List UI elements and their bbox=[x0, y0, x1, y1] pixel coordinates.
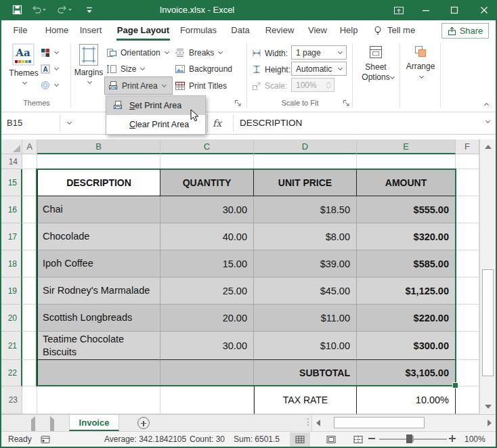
column-header-a[interactable]: A bbox=[22, 139, 37, 154]
cell[interactable]: UNIT PRICE bbox=[254, 169, 357, 196]
fill-handle[interactable] bbox=[452, 382, 458, 388]
page-break-preview-button[interactable] bbox=[348, 432, 368, 447]
vertical-scrollbar-thumb[interactable] bbox=[482, 269, 494, 376]
cell[interactable] bbox=[254, 154, 357, 169]
cell[interactable] bbox=[456, 196, 479, 223]
column-header-f[interactable]: F bbox=[456, 139, 479, 154]
cell[interactable]: 30.00 bbox=[160, 196, 254, 223]
cell[interactable] bbox=[160, 154, 254, 169]
cell[interactable]: Sir Rodney's Marmalade bbox=[37, 277, 160, 305]
sheet-options-button[interactable]: Sheet Options bbox=[355, 45, 397, 79]
scroll-up-button[interactable] bbox=[480, 139, 496, 154]
cell[interactable] bbox=[456, 360, 479, 386]
cell[interactable]: $320.00 bbox=[357, 223, 456, 250]
cell[interactable]: 15.00 bbox=[160, 250, 254, 277]
zoom-level[interactable]: 100% bbox=[464, 432, 485, 447]
name-box-chevron-icon[interactable] bbox=[67, 120, 72, 125]
row-header-15[interactable]: 15 bbox=[1, 169, 22, 196]
cell[interactable] bbox=[456, 154, 479, 169]
background-button[interactable]: Background bbox=[175, 61, 232, 76]
cell[interactable] bbox=[22, 360, 37, 386]
customize-qat-button[interactable] bbox=[85, 6, 93, 14]
tab-file[interactable]: File bbox=[9, 20, 31, 41]
tab-view[interactable]: View bbox=[305, 20, 330, 41]
row-header-17[interactable]: 17 bbox=[1, 223, 22, 250]
tab-home[interactable]: Home bbox=[42, 20, 72, 41]
expand-formula-bar-icon[interactable] bbox=[485, 118, 490, 123]
page-setup-dialog-launcher-icon[interactable] bbox=[234, 99, 242, 108]
breaks-button[interactable]: Breaks bbox=[175, 45, 222, 60]
cell[interactable] bbox=[22, 196, 37, 223]
cell[interactable]: $300.00 bbox=[357, 332, 456, 360]
cell-tax-rate-value[interactable]: 10.00% bbox=[357, 386, 456, 414]
orientation-button[interactable]: Orientation bbox=[106, 45, 169, 60]
cell-b15-active[interactable]: DESCRIPTION bbox=[37, 169, 160, 196]
cell[interactable] bbox=[456, 277, 479, 305]
column-header-c[interactable]: C bbox=[160, 139, 254, 154]
cell[interactable] bbox=[357, 154, 456, 169]
row-header-22[interactable]: 22 bbox=[1, 360, 22, 386]
cell[interactable]: $39.00 bbox=[254, 250, 357, 277]
menu-item-set-print-area[interactable]: Set Print Area bbox=[106, 96, 205, 115]
cell[interactable] bbox=[22, 223, 37, 250]
tab-data[interactable]: Data bbox=[228, 20, 253, 41]
cell[interactable]: 25.00 bbox=[160, 277, 254, 305]
row-header-14[interactable]: 14 bbox=[1, 154, 22, 169]
cell[interactable] bbox=[456, 332, 479, 360]
row-header-20[interactable]: 20 bbox=[1, 305, 22, 332]
save-icon[interactable] bbox=[12, 5, 22, 15]
arrange-button[interactable]: Arrange bbox=[402, 45, 439, 78]
cell[interactable]: QUANTITY bbox=[160, 169, 254, 196]
cell[interactable] bbox=[456, 169, 479, 196]
cell[interactable]: Scottish Longbreads bbox=[37, 305, 160, 332]
cell[interactable] bbox=[160, 360, 254, 386]
horizontal-scrollbar-thumb[interactable] bbox=[334, 417, 425, 428]
cell[interactable] bbox=[22, 154, 37, 169]
cell[interactable]: $555.00 bbox=[357, 196, 456, 223]
horizontal-scrollbar[interactable] bbox=[311, 415, 496, 431]
cell[interactable]: $1,125.00 bbox=[357, 277, 456, 305]
themes-button[interactable]: Aa Themes bbox=[8, 43, 39, 84]
zoom-slider-thumb[interactable] bbox=[406, 434, 412, 443]
maximize-button[interactable] bbox=[443, 0, 466, 20]
menu-item-clear-print-area[interactable]: Clear Print Area bbox=[106, 115, 205, 134]
close-button[interactable] bbox=[473, 0, 496, 20]
tab-page-layout[interactable]: Page Layout bbox=[116, 20, 170, 41]
cell[interactable]: AMOUNT bbox=[357, 169, 456, 196]
cell[interactable] bbox=[22, 277, 37, 305]
cell[interactable]: 30.00 bbox=[160, 332, 254, 360]
cell[interactable] bbox=[37, 386, 160, 414]
cell[interactable] bbox=[456, 250, 479, 277]
cell[interactable]: Ipoh Coffee bbox=[37, 250, 160, 277]
column-header-d[interactable]: D bbox=[254, 139, 357, 154]
cell[interactable]: $585.00 bbox=[357, 250, 456, 277]
row-header-18[interactable]: 18 bbox=[1, 250, 22, 277]
scroll-right-button[interactable] bbox=[483, 415, 496, 431]
cell[interactable] bbox=[456, 386, 479, 414]
insert-function-button[interactable]: fx bbox=[213, 112, 221, 134]
theme-effects-button[interactable] bbox=[41, 77, 58, 93]
cell[interactable] bbox=[37, 154, 160, 169]
theme-fonts-button[interactable]: A bbox=[41, 61, 58, 76]
new-sheet-button[interactable] bbox=[137, 417, 150, 429]
cell[interactable] bbox=[22, 250, 37, 277]
column-header-e[interactable]: E bbox=[357, 139, 456, 154]
name-box[interactable]: B15 bbox=[7, 112, 22, 134]
scale-spinner[interactable]: 100% bbox=[291, 78, 334, 92]
scroll-left-button[interactable] bbox=[312, 415, 324, 431]
cell[interactable] bbox=[456, 305, 479, 332]
cell[interactable] bbox=[37, 360, 160, 386]
cell-tax-rate-label[interactable]: TAX RATE bbox=[254, 386, 357, 414]
row-header-16[interactable]: 16 bbox=[1, 196, 22, 223]
collapse-ribbon-icon[interactable] bbox=[484, 103, 489, 108]
cell-subtotal-value[interactable]: $3,105.00 bbox=[357, 360, 456, 386]
redo-button[interactable] bbox=[57, 5, 72, 15]
scale-to-fit-dialog-launcher-icon[interactable] bbox=[343, 99, 351, 108]
cell[interactable] bbox=[22, 332, 37, 360]
print-titles-button[interactable]: Print Titles bbox=[175, 78, 227, 93]
height-select[interactable]: Automatic bbox=[291, 62, 347, 76]
cell[interactable]: $220.00 bbox=[357, 305, 456, 332]
tell-me-box[interactable]: Tell me bbox=[387, 20, 415, 41]
cell[interactable]: $18.50 bbox=[254, 196, 357, 223]
cell[interactable]: $8.00 bbox=[254, 223, 357, 250]
